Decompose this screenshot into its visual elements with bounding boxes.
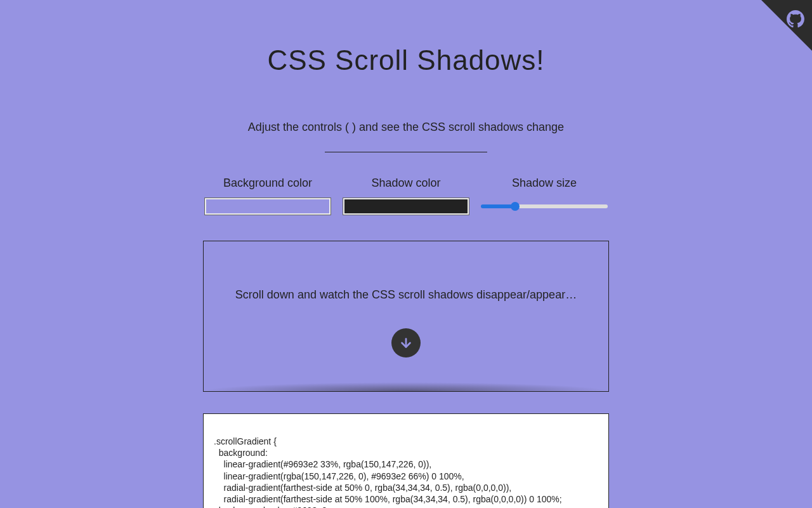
bg-color-label: Background color <box>223 177 312 190</box>
divider <box>325 152 487 152</box>
subtitle-text: Adjust the controls ( ) and see the CSS … <box>114 121 698 134</box>
shadow-color-swatch <box>344 199 468 213</box>
controls-row: Background color Shadow color Shadow siz… <box>114 177 698 215</box>
scroll-demo-text: Scroll down and watch the CSS scroll sha… <box>216 288 596 302</box>
code-text: .scrollGradient { background: linear-gra… <box>214 436 598 508</box>
shadow-color-control: Shadow color <box>343 177 469 215</box>
code-output-box[interactable]: .scrollGradient { background: linear-gra… <box>203 413 609 508</box>
shadow-color-input[interactable] <box>343 197 469 215</box>
github-icon[interactable] <box>787 10 804 30</box>
bg-color-swatch <box>206 199 329 213</box>
shadow-size-slider[interactable] <box>481 197 608 215</box>
bg-color-input[interactable] <box>204 197 331 215</box>
shadow-color-label: Shadow color <box>371 177 440 190</box>
shadow-size-label: Shadow size <box>512 177 577 190</box>
scroll-demo-box[interactable]: Scroll down and watch the CSS scroll sha… <box>203 241 609 392</box>
page-title: CSS Scroll Shadows! <box>114 44 698 76</box>
arrow-down-icon <box>391 328 421 358</box>
shadow-size-control: Shadow size <box>481 177 608 215</box>
scroll-content: Scroll down and watch the CSS scroll sha… <box>204 241 608 392</box>
bg-color-control: Background color <box>204 177 331 215</box>
